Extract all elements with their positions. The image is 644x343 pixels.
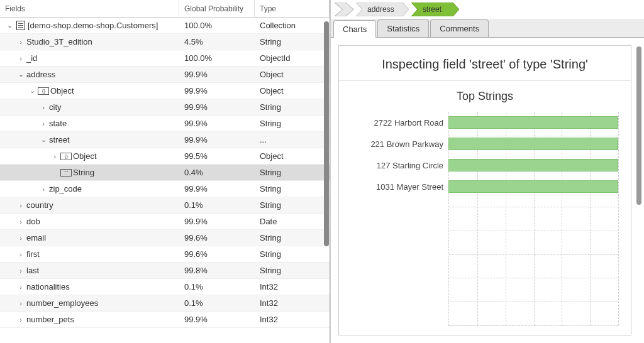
left-scrollbar[interactable]: [324, 19, 329, 340]
tree-row[interactable]: ›last99.8%String: [0, 263, 330, 279]
chevron-down-icon[interactable]: ⌄: [26, 87, 38, 95]
header-type[interactable]: Type: [255, 0, 330, 17]
tree-row[interactable]: ›zip_code99.9%String: [0, 181, 330, 197]
field-type: Date: [255, 217, 330, 226]
field-name: [demo-shop.demo-shop.Customers]: [28, 21, 158, 30]
field-probability: 0.4%: [179, 168, 255, 177]
bar-label: 127 Starling Circle: [348, 161, 448, 170]
tree-row[interactable]: ›email99.6%String: [0, 230, 330, 246]
tree-row[interactable]: ›{ }Object99.5%Object: [0, 148, 330, 165]
chevron-right-icon[interactable]: ›: [15, 300, 26, 307]
field-probability: 99.9%: [179, 135, 255, 144]
field-name: String: [73, 168, 94, 177]
breadcrumb-label: street: [423, 5, 441, 14]
bar[interactable]: [448, 116, 618, 129]
bar[interactable]: [448, 159, 618, 172]
field-probability: 99.9%: [179, 86, 255, 95]
tree-row[interactable]: ›state99.9%String: [0, 116, 330, 132]
field-probability: 0.1%: [179, 298, 255, 308]
field-name: _id: [26, 53, 37, 63]
field-probability: 99.6%: [179, 249, 255, 259]
field-type: String: [255, 168, 330, 177]
tree-row[interactable]: ›_id100.0%ObjectId: [0, 50, 330, 67]
tab-comments[interactable]: Comments: [430, 19, 489, 37]
field-type: String: [255, 266, 330, 275]
chevron-right-icon[interactable]: ›: [15, 202, 26, 209]
chevron-right-icon[interactable]: ›: [49, 153, 60, 160]
field-name: dob: [26, 217, 40, 226]
field-name: city: [49, 102, 62, 112]
field-probability: 99.6%: [179, 233, 255, 242]
field-probability: 99.9%: [179, 70, 255, 79]
chart-body: Top Strings 2722 Harbort Road221 Brown P…: [339, 81, 631, 335]
chevron-right-icon[interactable]: ›: [38, 120, 49, 128]
bar[interactable]: [448, 138, 618, 150]
bar[interactable]: [448, 180, 618, 193]
chevron-down-icon[interactable]: ⌄: [15, 70, 26, 79]
field-name: country: [26, 200, 53, 210]
tree-row[interactable]: ›first99.6%String: [0, 246, 330, 263]
field-name: zip_code: [49, 184, 82, 193]
right-scrollbar-thumb[interactable]: [636, 46, 641, 205]
field-type: String: [255, 233, 330, 242]
chevron-right-icon[interactable]: ›: [15, 55, 26, 62]
chevron-right-icon[interactable]: ›: [15, 267, 26, 275]
field-probability: 99.9%: [179, 315, 255, 324]
chevron-right-icon[interactable]: ›: [15, 218, 26, 226]
field-type: String: [255, 102, 330, 112]
object-type-icon: { }: [60, 152, 72, 161]
tree-row[interactable]: ⌄street99.9%...: [0, 132, 330, 148]
tree-row[interactable]: ›number_pets99.9%Int32: [0, 312, 330, 328]
header-global-probability[interactable]: Global Probability: [179, 0, 255, 17]
document-icon: [15, 21, 26, 30]
tree-body[interactable]: ⌄[demo-shop.demo-shop.Customers]100.0%Co…: [0, 18, 330, 343]
breadcrumb-item[interactable]: street: [411, 3, 459, 16]
field-type: Object: [255, 151, 330, 161]
chevron-right-icon[interactable]: ›: [15, 251, 26, 258]
tree-row[interactable]: ⌄address99.9%Object: [0, 67, 330, 83]
left-scrollbar-thumb[interactable]: [324, 21, 329, 246]
right-scrollbar[interactable]: [636, 46, 641, 334]
field-type: String: [255, 37, 330, 46]
object-type-icon: { }: [38, 87, 49, 95]
field-type: Collection: [255, 21, 330, 30]
field-probability: 99.9%: [179, 217, 255, 226]
breadcrumb: addressstreet: [331, 0, 644, 19]
field-name: street: [49, 135, 70, 144]
bar-label: 1031 Mayer Street: [348, 182, 448, 192]
breadcrumb-item[interactable]: address: [356, 3, 409, 16]
field-type: Object: [255, 70, 330, 79]
tree-row[interactable]: " "String0.4%String: [0, 165, 330, 181]
string-type-icon: " ": [60, 168, 72, 177]
field-type: Int32: [255, 315, 330, 324]
tree-row[interactable]: ›nationalities0.1%Int32: [0, 279, 330, 295]
chevron-right-icon[interactable]: ›: [38, 104, 49, 111]
chevron-down-icon[interactable]: ⌄: [38, 136, 49, 144]
tree-row[interactable]: ⌄[demo-shop.demo-shop.Customers]100.0%Co…: [0, 18, 330, 34]
header-fields[interactable]: Fields: [0, 0, 179, 17]
chevron-right-icon[interactable]: ›: [15, 38, 26, 46]
chart-shell: Inspecting field 'street' of type 'Strin…: [331, 38, 644, 343]
tree-row[interactable]: ›country0.1%String: [0, 197, 330, 214]
tab-charts[interactable]: Charts: [333, 20, 376, 38]
tree-row[interactable]: ›dob99.9%Date: [0, 214, 330, 230]
tree-row[interactable]: ⌄{ }Object99.9%Object: [0, 83, 330, 99]
chevron-right-icon[interactable]: ›: [15, 234, 26, 242]
tab-statistics[interactable]: Statistics: [377, 19, 429, 37]
field-type: String: [255, 200, 330, 210]
tree-row[interactable]: ›Studio_3T_edition4.5%String: [0, 34, 330, 50]
chart-title: Inspecting field 'street' of type 'Strin…: [339, 46, 631, 81]
field-probability: 4.5%: [179, 37, 255, 46]
chevron-right-icon[interactable]: ›: [38, 185, 49, 193]
field-name: nationalities: [26, 282, 70, 291]
chevron-right-icon[interactable]: ›: [15, 283, 26, 291]
tree-row[interactable]: ›city99.9%String: [0, 99, 330, 116]
field-type: Int32: [255, 282, 330, 291]
chevron-right-icon[interactable]: ›: [15, 316, 26, 324]
field-type: String: [255, 184, 330, 193]
chevron-down-icon[interactable]: ⌄: [4, 21, 15, 30]
field-name: state: [49, 119, 67, 128]
field-name: last: [26, 266, 39, 275]
field-name: email: [26, 233, 46, 242]
tree-row[interactable]: ›number_employees0.1%Int32: [0, 295, 330, 312]
